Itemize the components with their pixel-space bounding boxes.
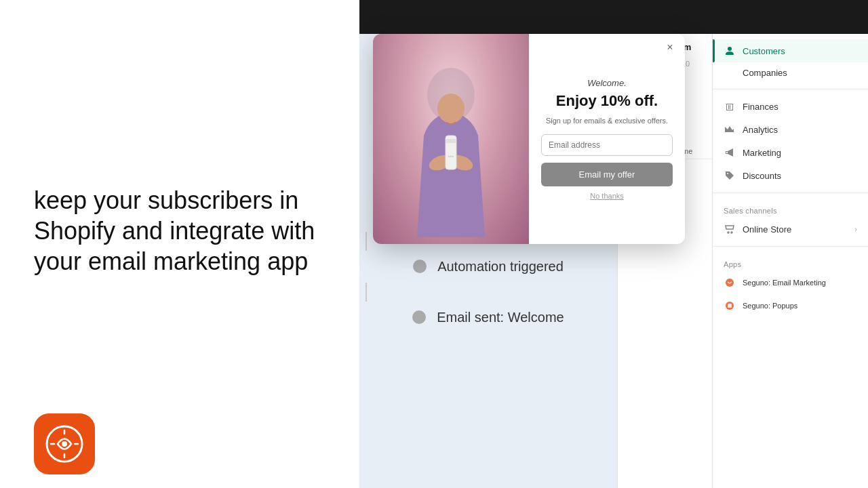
- popup-subtext: Sign up for emails & exclusive offers.: [546, 117, 668, 125]
- flow-label-3: Email sent: Welcome: [437, 310, 564, 325]
- sidebar-companies-label: Companies: [743, 68, 787, 78]
- chart-icon: [724, 123, 736, 136]
- popup-image-inner: tube: [373, 34, 529, 244]
- seguno-popups-icon: [724, 300, 736, 312]
- popup-content: × Welcome. Enjoy 10% off. Sign up for em…: [529, 34, 685, 244]
- popup-modal: tube × Welcome. Enjoy 10% off. Sign up f…: [373, 34, 685, 244]
- sidebar-analytics-label: Analytics: [743, 125, 778, 135]
- left-panel: keep your subscribers in Shopify and int…: [0, 0, 359, 488]
- popup-no-thanks-link[interactable]: No thanks: [590, 192, 624, 200]
- sidebar-customers-label: Customers: [743, 46, 785, 56]
- svg-rect-11: [728, 304, 732, 308]
- popup-welcome-text: Welcome.: [587, 78, 627, 88]
- top-bar: [359, 0, 868, 34]
- flow-dot-3: [412, 310, 426, 324]
- sidebar-item-analytics[interactable]: Analytics: [713, 118, 868, 141]
- sidebar-item-customers[interactable]: Customers: [713, 39, 868, 62]
- sidebar-item-seguno-email[interactable]: Seguno: Email Marketing: [713, 271, 868, 294]
- popup-headline: Enjoy 10% off.: [556, 92, 658, 110]
- popup-image: tube: [373, 34, 529, 244]
- sidebar-finances-label: Finances: [743, 102, 778, 112]
- apps-section-label: Apps: [713, 252, 868, 271]
- online-store-chevron-icon: ›: [854, 225, 857, 233]
- sidebar-online-store-label: Online Store: [743, 224, 791, 235]
- sidebar-item-marketing[interactable]: Marketing: [713, 141, 868, 164]
- sidebar-nav: Customers Companies Finances Analytics: [713, 34, 868, 323]
- store-icon: [724, 223, 736, 235]
- sidebar-item-seguno-popups[interactable]: Seguno: Popups: [713, 294, 868, 317]
- sidebar-divider-2: [713, 192, 868, 193]
- right-panel: tube × Welcome. Enjoy 10% off. Sign up f…: [359, 0, 868, 488]
- flow-connector-2: [366, 283, 367, 302]
- sidebar-divider-3: [713, 246, 868, 247]
- svg-rect-6: [446, 139, 456, 143]
- flow-label-2: Automation triggered: [437, 259, 564, 274]
- svg-point-1: [62, 441, 67, 447]
- popup-email-input[interactable]: [541, 134, 673, 156]
- sidebar-item-discounts[interactable]: Discounts: [713, 164, 868, 187]
- sidebar-seguno-email-label: Seguno: Email Marketing: [743, 279, 826, 287]
- finances-icon: [724, 100, 736, 113]
- popup-illustration: tube: [390, 41, 512, 237]
- popup-submit-button[interactable]: Email my offer: [541, 163, 673, 186]
- app-icon: [34, 413, 95, 474]
- flow-step-2: Automation triggered: [413, 259, 564, 274]
- flow-step-3: Email sent: Welcome: [412, 310, 564, 325]
- shopify-sidebar: Customers Companies Finances Analytics: [712, 0, 868, 488]
- megaphone-icon: [724, 146, 736, 159]
- seguno-email-icon: [724, 277, 736, 289]
- tag-icon: [724, 169, 736, 182]
- sidebar-discounts-label: Discounts: [743, 171, 781, 181]
- person-icon: [724, 45, 736, 57]
- sales-channels-label: Sales channels: [713, 199, 868, 218]
- popup-close-button[interactable]: ×: [663, 41, 677, 54]
- sidebar-item-finances[interactable]: Finances: [713, 95, 868, 118]
- seguno-logo-icon: [44, 424, 85, 464]
- flow-connector-1: [366, 232, 367, 251]
- flow-dot-2: [413, 260, 427, 273]
- sidebar-item-companies[interactable]: Companies: [713, 62, 868, 83]
- sidebar-marketing-label: Marketing: [743, 148, 781, 158]
- svg-point-9: [726, 279, 734, 287]
- sidebar-seguno-popups-label: Seguno: Popups: [743, 302, 797, 310]
- svg-text:tube: tube: [448, 155, 454, 158]
- sidebar-divider-1: [713, 89, 868, 89]
- sidebar-item-online-store[interactable]: Online Store ›: [713, 218, 868, 241]
- hero-text: keep your subscribers in Shopify and int…: [34, 185, 326, 277]
